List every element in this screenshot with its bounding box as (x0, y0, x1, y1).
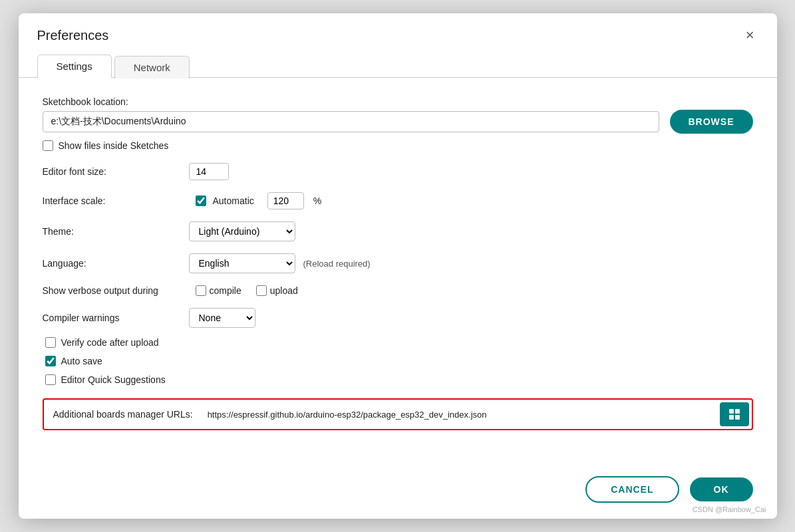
ok-button[interactable]: OK (690, 477, 753, 501)
watermark: CSDN @Rainbow_Cai (693, 505, 766, 513)
theme-select[interactable]: Light (Arduino) Dark System (189, 221, 295, 241)
tabs-row: Settings Network (19, 45, 777, 78)
language-label: Language: (43, 258, 189, 269)
additional-boards-input[interactable] (202, 403, 717, 426)
verbose-upload-label[interactable]: upload (256, 285, 298, 296)
browse-button[interactable]: BROWSE (670, 110, 753, 134)
auto-save-label[interactable]: Auto save (61, 356, 102, 366)
sketchbook-path-input[interactable] (43, 111, 659, 132)
autosave-row: Auto save (43, 356, 753, 366)
editor-font-size-label: Editor font size: (43, 166, 189, 177)
edit-icon (728, 408, 741, 421)
dialog-header: Preferences × (19, 13, 777, 45)
compiler-warnings-row: Compiler warnings None Default More All (43, 308, 753, 328)
compiler-warnings-label: Compiler warnings (43, 313, 189, 323)
preferences-dialog: Preferences × Settings Network Sketchboo… (19, 13, 777, 519)
verify-upload-checkbox[interactable] (45, 337, 56, 348)
automatic-checkbox[interactable] (196, 196, 206, 206)
svg-rect-3 (735, 415, 740, 420)
editor-suggestions-checkbox[interactable] (45, 374, 56, 385)
show-files-checkbox[interactable] (43, 140, 53, 151)
verbose-upload-checkbox[interactable] (256, 285, 267, 296)
theme-row: Theme: Light (Arduino) Dark System (43, 221, 753, 241)
verbose-row: Show verbose output during compile uploa… (43, 285, 753, 296)
reload-note: (Reload required) (303, 259, 371, 269)
additional-boards-section: Additional boards manager URLs: (43, 398, 753, 430)
verify-row: Verify code after upload (43, 337, 753, 348)
sketchbook-label: Sketchbook location: (43, 96, 128, 107)
font-size-row: Editor font size: (43, 163, 753, 180)
editor-suggestions-label[interactable]: Editor Quick Suggestions (61, 374, 166, 385)
sketchbook-row: BROWSE (43, 110, 753, 134)
verbose-label: Show verbose output during (43, 285, 189, 296)
close-button[interactable]: × (742, 25, 758, 45)
interface-scale-row: Interface scale: Automatic % (43, 192, 753, 209)
dialog-body: Sketchbook location: BROWSE Show files i… (19, 78, 777, 466)
additional-boards-label: Additional boards manager URLs: (44, 402, 202, 426)
verbose-compile-checkbox[interactable] (196, 285, 206, 296)
language-row: Language: English Deutsch Español França… (43, 253, 753, 273)
verbose-compile-label[interactable]: compile (196, 285, 241, 296)
editor-suggestions-row: Editor Quick Suggestions (43, 374, 753, 385)
editor-font-size-input[interactable] (189, 163, 229, 180)
svg-rect-1 (735, 409, 740, 414)
interface-scale-label: Interface scale: (43, 196, 189, 206)
automatic-label[interactable]: Automatic (213, 196, 254, 206)
show-files-label[interactable]: Show files inside Sketches (59, 140, 169, 151)
tab-network[interactable]: Network (114, 56, 190, 78)
theme-label: Theme: (43, 226, 189, 237)
show-files-row: Show files inside Sketches (43, 140, 753, 151)
dialog-footer: CANCEL OK (19, 466, 777, 519)
dialog-title: Preferences (37, 28, 109, 43)
cancel-button[interactable]: CANCEL (585, 476, 679, 503)
compiler-warnings-select[interactable]: None Default More All (189, 308, 255, 328)
sketchbook-label-row: Sketchbook location: (43, 96, 753, 107)
verify-upload-label[interactable]: Verify code after upload (61, 337, 159, 348)
svg-rect-2 (729, 415, 734, 420)
auto-save-checkbox[interactable] (45, 356, 56, 366)
tab-settings[interactable]: Settings (37, 55, 112, 78)
svg-rect-0 (729, 409, 734, 414)
scale-unit: % (313, 196, 321, 206)
additional-boards-edit-button[interactable] (720, 402, 749, 426)
scale-value-input[interactable] (267, 192, 304, 209)
language-select[interactable]: English Deutsch Español Français 中文 (189, 253, 295, 273)
